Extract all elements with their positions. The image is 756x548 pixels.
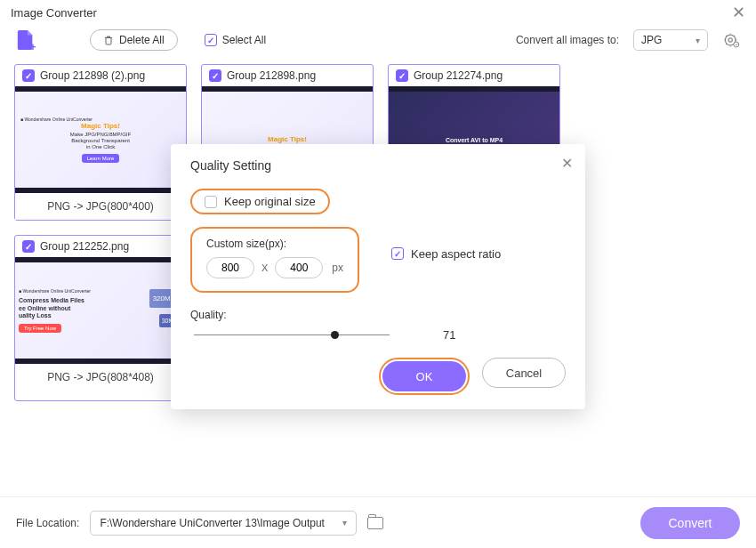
custom-size-label: Custom size(px): [206, 238, 343, 250]
window-title: Image Converter [11, 6, 97, 20]
delete-all-button[interactable]: Delete All [90, 29, 178, 51]
chevron-down-icon: ▾ [342, 518, 347, 528]
px-label: px [332, 262, 343, 274]
card-thumbnail: ■ Wondershare Online UniConverter Compre… [15, 257, 186, 364]
cancel-button[interactable]: Cancel [482, 358, 566, 388]
card-footer: PNG -> JPG(808*408) [15, 364, 186, 391]
add-file-icon[interactable]: + [16, 28, 36, 52]
custom-size-group: Custom size(px): X px [190, 227, 359, 293]
close-icon[interactable]: ✕ [732, 3, 745, 22]
trash-icon [103, 35, 114, 45]
file-location-label: File Location: [16, 517, 79, 529]
card-thumbnail: ■ Wondershare Online UniConverter Magic … [15, 86, 186, 193]
keep-original-size-option[interactable]: Keep original size [190, 189, 330, 214]
card-header: Group 212898.png [202, 65, 373, 86]
keep-aspect-ratio-checkbox[interactable]: Keep aspect ratio [391, 247, 501, 261]
card-checkbox[interactable] [396, 69, 408, 82]
dimension-separator: X [261, 262, 268, 273]
modal-close-icon[interactable]: ✕ [561, 155, 573, 172]
keep-original-label: Keep original size [224, 195, 316, 208]
svg-point-2 [728, 38, 732, 42]
card-header: Group 212252.png [15, 236, 186, 257]
ok-button-highlight: OK [379, 358, 470, 395]
card-checkbox[interactable] [209, 69, 221, 82]
image-card[interactable]: Group 212898 (2).png ■ Wondershare Onlin… [14, 64, 187, 221]
convert-to-label: Convert all images to: [516, 34, 619, 46]
checkbox-icon [205, 34, 217, 46]
card-filename: Group 212898.png [227, 69, 316, 82]
card-checkbox[interactable] [22, 69, 35, 82]
modal-buttons: OK Cancel [379, 358, 566, 395]
file-location-select[interactable]: F:\Wondershare UniConverter 13\Image Out… [90, 511, 357, 536]
card-footer: PNG -> JPG(800*400) [15, 193, 186, 220]
convert-button[interactable]: Convert [640, 507, 740, 539]
settings-icon[interactable] [722, 31, 740, 49]
ok-button[interactable]: OK [382, 361, 466, 391]
footer: File Location: F:\Wondershare UniConvert… [0, 496, 756, 548]
height-input[interactable] [275, 257, 323, 278]
quality-setting-modal: Quality Setting ✕ Keep original size Cus… [171, 144, 585, 409]
chevron-down-icon: ▾ [696, 36, 700, 45]
image-card[interactable]: Group 212252.png ■ Wondershare Online Un… [14, 235, 187, 401]
quality-slider[interactable] [194, 334, 390, 336]
format-value: JPG [641, 34, 662, 46]
card-header: Group 212274.png [389, 65, 559, 86]
select-all-label: Select All [222, 34, 266, 46]
open-folder-icon[interactable] [367, 517, 383, 529]
select-all-checkbox[interactable]: Select All [205, 34, 266, 46]
format-select[interactable]: JPG ▾ [633, 29, 708, 51]
card-filename: Group 212252.png [40, 240, 129, 253]
card-checkbox[interactable] [22, 240, 35, 253]
toolbar: + Delete All Select All Convert all imag… [0, 25, 756, 64]
quality-slider-row: 71 [190, 328, 566, 342]
quality-label: Quality: [190, 309, 566, 321]
quality-value: 71 [443, 328, 455, 342]
card-header: Group 212898 (2).png [15, 65, 186, 86]
modal-title: Quality Setting [190, 158, 566, 173]
titlebar: Image Converter ✕ [0, 0, 756, 25]
delete-all-label: Delete All [119, 34, 165, 46]
aspect-label: Keep aspect ratio [411, 247, 501, 261]
file-location-path: F:\Wondershare UniConverter 13\Image Out… [100, 517, 325, 529]
width-input[interactable] [206, 257, 254, 278]
card-filename: Group 212274.png [414, 69, 503, 82]
slider-thumb[interactable] [331, 331, 339, 339]
svg-text:+: + [30, 41, 36, 52]
checkbox-icon [391, 247, 404, 260]
card-filename: Group 212898 (2).png [40, 69, 145, 82]
checkbox-icon [205, 196, 217, 208]
